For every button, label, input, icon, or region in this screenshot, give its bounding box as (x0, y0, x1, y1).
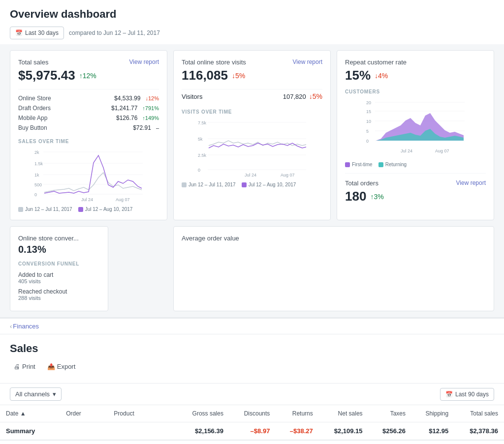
date-filter-label: Last 30 days (25, 30, 59, 36)
sales-actions: 🖨 Print 📤 Export (10, 361, 494, 372)
col-taxes: Taxes (369, 405, 411, 422)
summary-gross-sales: $2,156.39 (176, 422, 229, 441)
calendar-icon-period: 📅 (445, 391, 453, 398)
avg-order-title: Average order value (182, 235, 239, 242)
col-shipping: Shipping (411, 405, 454, 422)
page-title: Overview dashboard (10, 8, 494, 21)
col-order: Order (60, 405, 108, 422)
sales-chart-label: SALES OVER TIME (18, 139, 159, 144)
total-orders-change: 3% (370, 193, 383, 201)
conversion-title: Online store conver... (18, 235, 79, 242)
repeat-customer-change: 4% (375, 72, 388, 80)
calendar-icon: 📅 (15, 30, 23, 36)
svg-text:0: 0 (34, 192, 37, 197)
visits-value: 116,085 5% (182, 68, 322, 83)
export-icon: 📤 (47, 363, 55, 370)
col-discounts: Discounts (229, 405, 276, 422)
svg-text:0: 0 (366, 139, 369, 144)
summary-label: Summary (0, 422, 176, 441)
svg-text:2.5k: 2.5k (198, 153, 207, 158)
customers-chart-legend: First-time Returning (345, 162, 486, 167)
svg-text:5k: 5k (198, 137, 203, 142)
conversion-value: 0.13% (18, 244, 100, 255)
print-icon: 🖨 (14, 363, 20, 370)
svg-text:Aug 07: Aug 07 (435, 148, 449, 153)
svg-text:Jul 24: Jul 24 (81, 197, 93, 202)
svg-text:Aug 07: Aug 07 (281, 173, 295, 178)
total-orders-title: Total orders (345, 179, 378, 187)
summary-shipping: $12.95 (411, 422, 454, 441)
chevron-down-icon: ▾ (53, 390, 56, 398)
summary-returns: –$38.27 (276, 422, 318, 441)
sales-chart: 2k 1.5k 1k 500 0 (18, 148, 159, 212)
summary-taxes: $256.26 (369, 422, 411, 441)
col-date[interactable]: Date ▲ (0, 405, 60, 422)
total-sales-card: Total sales View report $5,975.43 12% On… (10, 50, 167, 220)
svg-text:Jul 24: Jul 24 (401, 148, 412, 153)
conversion-funnel-label: CONVERSION FUNNEL (18, 261, 100, 266)
breadcrumb-finances[interactable]: Finances (13, 323, 39, 330)
total-sales-view-report[interactable]: View report (129, 59, 159, 65)
svg-text:5: 5 (366, 129, 369, 134)
col-total-sales: Total sales (454, 405, 504, 422)
svg-text:10: 10 (366, 119, 371, 124)
export-button[interactable]: 📤 Export (43, 361, 80, 372)
visits-chart-legend: Jun 12 – Jul 11, 2017 Jul 12 – Aug 10, 2… (182, 182, 322, 187)
sales-chart-legend: Jun 12 – Jul 11, 2017 Jul 12 – Aug 10, 2… (18, 207, 159, 212)
table-row: May 31 2017 #1720 Blue Swimmies $34.51 $… (0, 440, 504, 444)
date-filter-button[interactable]: 📅 Last 30 days (10, 27, 64, 39)
sales-table: Date ▲ Order Product Gross sales Discoun… (0, 405, 504, 444)
total-sales-title: Total sales (18, 59, 48, 66)
visits-title: Total online store visits (182, 59, 246, 66)
summary-discounts: –$8.97 (229, 422, 276, 441)
svg-text:15: 15 (366, 109, 371, 114)
sales-section: ‹ Finances Sales 🖨 Print 📤 Export All ch… (0, 317, 504, 444)
visitors-row: Visitors 107,820 5% (182, 89, 322, 103)
average-order-value-card: Average order value (173, 226, 494, 311)
svg-text:Jul 24: Jul 24 (245, 173, 256, 178)
svg-text:0: 0 (198, 168, 200, 173)
col-product: Product (108, 405, 176, 422)
funnel-reached-checkout: Reached checkout 288 visits (18, 286, 100, 303)
total-orders-view-report[interactable]: View report (456, 179, 486, 186)
col-net-sales: Net sales (319, 405, 369, 422)
sales-table-container: Date ▲ Order Product Gross sales Discoun… (0, 405, 504, 444)
svg-text:500: 500 (34, 182, 42, 187)
breadcrumb-bar: ‹ Finances (0, 319, 504, 334)
compare-text: compared to Jun 12 – Jul 11, 2017 (69, 30, 160, 36)
visits-chart-label: VISITS OVER TIME (182, 109, 322, 115)
channel-select[interactable]: All channels ▾ (10, 387, 62, 401)
col-gross-sales: Gross sales (176, 405, 229, 422)
visits-change: 5% (232, 72, 245, 80)
visits-chart: 7.5k 5k 2.5k 0 Jul 24 Aug 07 (182, 118, 322, 187)
summary-total-sales: $2,378.36 (454, 422, 504, 441)
svg-text:20: 20 (366, 100, 371, 105)
customers-chart: 20 15 10 5 0 Jul 24 (345, 98, 486, 167)
filter-row: All channels ▾ 📅 Last 90 days (0, 383, 504, 405)
print-button[interactable]: 🖨 Print (10, 361, 39, 372)
customers-chart-label: CUSTOMERS (345, 89, 486, 94)
svg-text:7.5k: 7.5k (198, 120, 207, 125)
visits-view-report[interactable]: View report (293, 59, 322, 65)
total-orders-value: 180 3% (345, 189, 486, 204)
total-visits-card: Total online store visits View report 11… (173, 50, 331, 220)
period-button[interactable]: 📅 Last 90 days (440, 388, 494, 401)
summary-net-sales: $2,109.15 (319, 422, 369, 441)
svg-text:1.5k: 1.5k (34, 161, 43, 166)
total-sales-value: $5,975.43 12% (18, 68, 159, 83)
col-returns: Returns (276, 405, 318, 422)
repeat-customer-card: Repeat customer rate 15% 4% CUSTOMERS 20… (337, 50, 494, 220)
total-sales-change: 12% (79, 72, 96, 80)
sales-header: Sales 🖨 Print 📤 Export (0, 334, 504, 383)
repeat-customer-title: Repeat customer rate (345, 59, 407, 66)
funnel-added-to-cart: Added to cart 405 visits (18, 269, 100, 286)
svg-text:1k: 1k (34, 173, 39, 178)
summary-row: Summary $2,156.39 –$8.97 –$38.27 $2,109.… (0, 422, 504, 441)
svg-text:Aug 07: Aug 07 (116, 197, 130, 202)
repeat-customer-value: 15% 4% (345, 68, 486, 83)
total-sales-sub-rows: Online Store $4,533.99 12% Draft Orders … (18, 89, 159, 133)
online-store-conversion-card: Online store conver... 0.13% CONVERSION … (10, 226, 108, 311)
svg-text:2k: 2k (34, 150, 39, 155)
sales-title: Sales (10, 342, 494, 355)
